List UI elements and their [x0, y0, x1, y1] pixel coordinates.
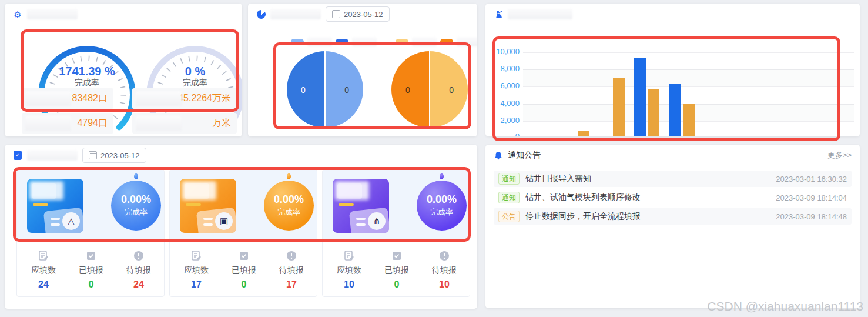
stat-number: 17 — [271, 279, 312, 290]
ytick-10000: 10,000 — [489, 47, 520, 56]
stat-label-redacted — [25, 116, 71, 131]
card-stat: 应填数24 — [23, 249, 64, 290]
report-card[interactable]: ▣0.00%完成率应填数17已填报0待填报17 — [169, 169, 317, 297]
stat-number: 0 — [223, 279, 264, 290]
stat-number: 10 — [424, 279, 465, 290]
stat-icon-1 — [376, 249, 417, 263]
card-stat: 应填数10 — [329, 249, 370, 290]
panel-bar-header — [485, 4, 860, 25]
balloon-dot — [440, 173, 444, 179]
panel-pie-header: 2023-05-12 — [248, 4, 477, 25]
legend-swatch-lightorange — [396, 39, 408, 45]
notice-badge: 通知 — [498, 192, 520, 203]
gauge-left-value: 1741.39 % — [34, 65, 140, 78]
stat-icon-2 — [424, 249, 465, 263]
stat-number: 10 — [329, 279, 370, 290]
illustration-label-redacted — [182, 181, 216, 200]
calendar-icon — [332, 10, 340, 18]
notice-time: 2023-03-09 18:14:04 — [776, 193, 847, 202]
stat-label: 待填报 — [118, 265, 159, 276]
csdn-watermark: CSDN @xiahuaxuanlan1113 — [707, 299, 863, 313]
completion-percent: 0.00% — [427, 193, 457, 206]
stat-label-redacted — [25, 91, 71, 106]
completion-balloon: 0.00%完成率 — [264, 181, 314, 231]
panel-pie-overview: 2023-05-12 0 0 0 0 — [248, 4, 477, 136]
panel-report-header: ✓ 2023-05-12 — [5, 145, 477, 166]
notices-more-link[interactable]: 更多>> — [827, 150, 852, 161]
notice-row[interactable]: 通知 钻井、试油气模块列表顺序修改 2023-03-09 18:14:04 — [494, 189, 852, 206]
legend-label-redacted — [412, 37, 437, 46]
clipboard-check-icon: ✓ — [13, 151, 22, 160]
card-stat: 待填报10 — [424, 249, 465, 290]
gauge-right-stat-row-1: 145.2264万米 — [132, 88, 237, 109]
legend-swatch-lightblue — [291, 39, 304, 45]
ytick-8000: 8,000 — [489, 64, 520, 73]
report-date-value: 2023-05-12 — [100, 151, 140, 160]
stat-value: 145.2264万米 — [173, 92, 231, 105]
panel-bar-title-redacted — [508, 9, 572, 19]
completion-percent: 0.00% — [121, 193, 151, 206]
notice-text: 钻井、试油气模块列表顺序修改 — [525, 192, 770, 203]
stat-value: 万米 — [212, 117, 231, 129]
report-card[interactable]: △0.00%完成率应填数24已填报0待填报24 — [16, 169, 165, 297]
worker-icon — [494, 9, 503, 19]
bar-blue — [634, 58, 646, 136]
legend-label-redacted — [307, 37, 332, 46]
panel-report-cards: ✓ 2023-05-12 △0.00%完成率应填数24已填报0待填报24▣0.0… — [5, 145, 477, 309]
panel-notices: 通知公告 更多>> 通知 钻井日报导入需知 2023-03-01 16:30:3… — [485, 145, 860, 308]
stat-label: 待填报 — [424, 265, 465, 276]
legend-label-redacted — [457, 37, 477, 46]
completion-percent: 0.00% — [274, 193, 304, 206]
derrick-icon: △ — [62, 212, 80, 230]
bar-orange — [578, 131, 589, 136]
notice-row[interactable]: 公告 停止数据同步，开启全流程填报 2023-03-09 18:14:48 — [494, 208, 852, 225]
gauge-left-label: 完成率 — [34, 78, 140, 88]
stat-number: 24 — [118, 279, 159, 290]
gauge-left-stat-row-1: 83482口 — [22, 88, 113, 109]
notices-title: 通知公告 — [508, 150, 541, 161]
stat-label-redacted — [136, 116, 182, 131]
stat-number: 0 — [71, 279, 112, 290]
panel-gauges-title-redacted — [27, 9, 78, 19]
ytick-0: 0 — [489, 132, 520, 136]
completion-label: 完成率 — [277, 207, 300, 218]
pie-orange-left-value: 0 — [405, 85, 410, 95]
card-stat: 待填报17 — [271, 249, 312, 290]
bar-orange — [648, 89, 659, 136]
panel-pie-title-redacted — [270, 9, 321, 19]
panel-gauges-header: ⚙ — [5, 4, 242, 25]
card-stat: 应填数17 — [176, 249, 217, 290]
pie-chart-orange: 0 0 — [391, 51, 468, 128]
card-stat: 已填报0 — [71, 249, 112, 290]
completion-label: 完成率 — [430, 207, 453, 218]
ytick-2000: 2,000 — [489, 116, 520, 125]
pie-chart-icon — [256, 9, 266, 19]
notice-time: 2023-03-01 16:30:32 — [776, 175, 847, 183]
completion-label: 完成率 — [125, 207, 148, 218]
balloon-dot — [134, 173, 138, 179]
report-card[interactable]: ⋔0.00%完成率应填数10已填报0待填报10 — [322, 169, 470, 297]
report-date-picker[interactable]: 2023-05-12 — [82, 148, 146, 163]
bell-icon — [494, 151, 503, 160]
notice-text: 停止数据同步，开启全流程填报 — [525, 211, 770, 222]
pie-orange-right-value: 0 — [449, 85, 454, 95]
pie-chart-blue: 0 0 — [287, 51, 363, 128]
ytick-6000: 6,000 — [489, 81, 520, 90]
notice-row[interactable]: 通知 钻井日报导入需知 2023-03-01 16:30:32 — [494, 171, 852, 187]
notice-text: 钻井日报导入需知 — [525, 173, 770, 184]
card-illustration: △ — [27, 179, 83, 233]
panel-notices-header: 通知公告 更多>> — [485, 145, 860, 166]
stat-icon-0 — [176, 249, 217, 263]
completion-balloon: 0.00%完成率 — [417, 181, 467, 231]
legend-label-redacted — [352, 37, 377, 46]
pie-date-picker[interactable]: 2023-05-12 — [326, 6, 390, 22]
card-illustration: ⋔ — [333, 179, 389, 233]
stat-icon-0 — [329, 249, 370, 263]
completion-balloon: 0.00%完成率 — [111, 181, 161, 231]
card-stat: 已填报0 — [376, 249, 417, 290]
stat-value: 83482口 — [72, 92, 108, 105]
gear-icon: ⚙ — [13, 9, 22, 19]
stat-number: 17 — [176, 279, 217, 290]
stat-label: 已填报 — [223, 265, 264, 276]
balloon-dot — [287, 173, 291, 179]
